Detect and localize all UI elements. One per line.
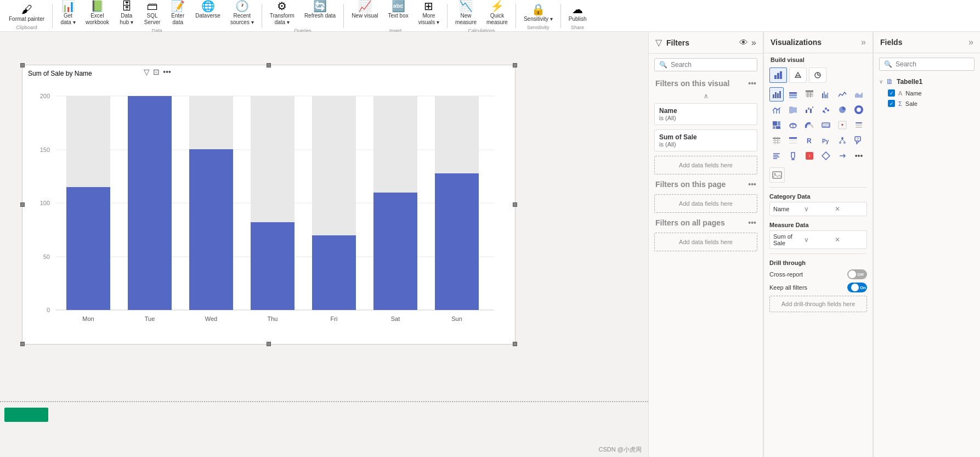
measure-data-remove[interactable]: ✕ [835, 236, 863, 244]
viz-icon-table[interactable] [802, 87, 817, 101]
filter-section-all-more[interactable]: ••• [748, 218, 756, 227]
viz-icon-qa[interactable]: ? [852, 133, 866, 148]
viz-tab-analytics[interactable] [809, 67, 826, 83]
filters-expand-icon[interactable]: » [751, 38, 756, 48]
viz-icon-donut[interactable] [852, 103, 866, 117]
viz-icon-orange[interactable]: ! [802, 149, 817, 163]
category-data-box[interactable]: Name ∨ ✕ [769, 202, 867, 216]
field-sale-checkbox[interactable]: ✓ [888, 100, 895, 107]
viz-icon-area[interactable] [852, 87, 866, 101]
bar-wed[interactable] [189, 149, 233, 310]
filter-item-sum-of-sale[interactable]: Sum of Sale is (All) [654, 129, 757, 151]
filter-section-page-more[interactable]: ••• [748, 180, 756, 189]
viz-expand-icon[interactable]: » [861, 37, 866, 47]
viz-icon-line-clustered[interactable] [769, 103, 784, 117]
fields-field-sale[interactable]: ✓ Σ Sale [874, 98, 980, 109]
table-collapse-arrow[interactable]: ∨ [879, 78, 883, 84]
new-measure-button[interactable]: 📉 Newmeasure [451, 0, 481, 28]
filter-add-visual[interactable]: Add data fields here [654, 156, 757, 174]
fields-search-box[interactable]: 🔍 [879, 58, 975, 71]
measure-data-box[interactable]: Sum of Sale ∨ ✕ [769, 230, 867, 249]
collapse-arrow[interactable]: ∧ [649, 91, 763, 101]
viz-icon-more[interactable]: ••• [852, 149, 866, 163]
resize-handle-bl[interactable] [20, 342, 25, 346]
viz-icon-decomp-tree[interactable] [835, 133, 849, 148]
viz-icon-bar-chart[interactable] [769, 87, 784, 101]
cross-report-toggle[interactable]: Off [847, 269, 867, 279]
viz-icon-map[interactable] [786, 118, 800, 132]
viz-icon-kpi[interactable]: ▼ [835, 118, 849, 132]
viz-icon-table2[interactable] [786, 133, 800, 148]
viz-tab-build[interactable] [769, 67, 787, 83]
resize-handle-br[interactable] [513, 342, 517, 346]
sensitivity-button[interactable]: 🔒 Sensitivity ▾ [519, 2, 557, 25]
enter-data-button[interactable]: 📝 Enterdata [166, 0, 190, 28]
resize-handle-ml[interactable] [20, 202, 25, 207]
fields-search-input[interactable] [896, 60, 978, 68]
fields-field-name[interactable]: ✓ A Name [874, 88, 980, 98]
measure-data-chevron[interactable]: ∨ [804, 236, 832, 244]
viz-icon-matrix[interactable] [769, 133, 784, 148]
viz-tab-format[interactable] [789, 67, 807, 83]
viz-icon-slicer[interactable] [852, 118, 866, 132]
viz-icon-clustered-bar[interactable] [819, 87, 833, 101]
resize-handle-bm[interactable] [267, 342, 271, 346]
field-name-checkbox[interactable]: ✓ [888, 89, 895, 97]
more-visuals-button[interactable]: ⊞ Morevisuals ▾ [414, 0, 444, 28]
publish-button[interactable]: ☁ Publish [564, 2, 591, 25]
filter-item-name[interactable]: Name is (All) [654, 103, 757, 125]
filters-search-input[interactable] [671, 61, 753, 69]
resize-handle-tr[interactable] [513, 63, 517, 67]
chart-filter-icon[interactable]: ▽ [144, 67, 150, 76]
filter-section-on-page[interactable]: Filters on this page ••• [649, 177, 763, 192]
viz-icon-stacked-bar[interactable] [786, 87, 800, 101]
category-data-chevron[interactable]: ∨ [804, 205, 832, 213]
viz-icon-card[interactable]: 123 [819, 118, 833, 132]
filters-search-box[interactable]: 🔍 [654, 58, 757, 71]
page-tab-active[interactable] [4, 408, 48, 422]
viz-icon-line[interactable] [835, 87, 849, 101]
viz-icon-diamond[interactable] [819, 149, 833, 163]
filter-add-page[interactable]: Add data fields here [654, 194, 757, 213]
filter-add-all-pages[interactable]: Add data fields here [654, 233, 757, 251]
viz-icon-py-visual[interactable]: Py [819, 133, 833, 148]
viz-icon-waterfall[interactable] [802, 103, 817, 117]
new-visual-button[interactable]: 📈 New visual [347, 0, 382, 21]
category-data-remove[interactable]: ✕ [835, 205, 863, 213]
get-data-button[interactable]: 📊 Getdata ▾ [56, 0, 80, 28]
bar-tue[interactable] [128, 96, 172, 310]
text-box-button[interactable]: 🔤 Text box [384, 0, 413, 21]
viz-icon-scatter[interactable] [819, 103, 833, 117]
bar-fri[interactable] [312, 235, 356, 310]
refresh-button[interactable]: 🔄 Refresh data [300, 0, 340, 21]
chart-focus-icon[interactable]: ⊡ [153, 67, 160, 76]
viz-icon-ribbon[interactable] [786, 103, 800, 117]
bar-thu[interactable] [251, 222, 294, 310]
bar-sat[interactable] [373, 193, 417, 310]
bar-mon[interactable] [66, 187, 110, 310]
viz-icon-pie[interactable] [835, 103, 849, 117]
filter-section-on-visual[interactable]: Filters on this visual ••• [649, 76, 763, 91]
bar-sun[interactable] [435, 173, 479, 310]
recent-sources-button[interactable]: 🕐 Recentsources ▾ [226, 0, 258, 28]
filter-section-more-icon[interactable]: ••• [748, 79, 756, 88]
excel-workbook-button[interactable]: 📗 Excelworkbook [81, 0, 114, 28]
filters-visibility-icon[interactable]: 👁 [739, 38, 748, 48]
filter-section-all-pages[interactable]: Filters on all pages ••• [649, 215, 763, 230]
quick-measure-button[interactable]: ⚡ Quickmeasure [482, 0, 512, 28]
data-hub-button[interactable]: 🗄 Datahub ▾ [115, 0, 139, 28]
fields-expand-icon[interactable]: » [968, 37, 973, 47]
resize-handle-tm[interactable] [267, 63, 271, 67]
viz-icon-arrows[interactable] [835, 149, 849, 163]
dataverse-button[interactable]: 🌐 Dataverse [191, 0, 225, 21]
viz-icon-smart-narrative[interactable] [769, 149, 784, 163]
chart-more-icon[interactable]: ••• [163, 67, 171, 76]
keep-filters-toggle[interactable]: On [847, 283, 867, 292]
format-painter-button[interactable]: 🖌 Format painter [4, 2, 49, 25]
viz-icon-treemap[interactable] [769, 118, 784, 132]
viz-image-icon[interactable] [769, 167, 785, 183]
viz-icon-trophy[interactable] [786, 149, 800, 163]
sql-server-button[interactable]: 🗃 SQLServer [140, 0, 165, 28]
resize-handle-tl[interactable] [20, 63, 25, 67]
resize-handle-mr[interactable] [513, 202, 517, 207]
